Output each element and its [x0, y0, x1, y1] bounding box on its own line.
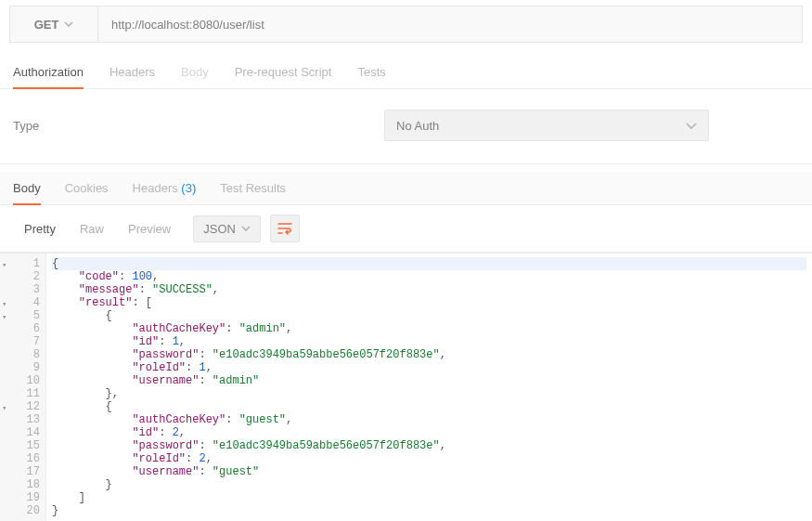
line-number: 19 — [0, 491, 40, 504]
body-format-value: JSON — [203, 222, 236, 236]
resp-tab-headers[interactable]: Headers (3) — [133, 172, 197, 204]
url-input[interactable] — [98, 7, 802, 42]
line-gutter: ▾123▾4▾567891011▾121314151617181920 — [0, 254, 46, 521]
code-line[interactable]: }, — [52, 387, 806, 400]
line-number: 16 — [0, 452, 40, 465]
response-body-viewer[interactable]: ▾123▾4▾567891011▾121314151617181920 { "c… — [0, 253, 812, 521]
code-line[interactable]: } — [52, 478, 806, 491]
response-tabs: BodyCookiesHeaders (3)Test Results — [0, 172, 812, 205]
line-number: ▾12 — [0, 400, 40, 413]
code-line[interactable]: "code": 100, — [52, 270, 806, 283]
body-format-select[interactable]: JSON — [193, 215, 261, 242]
line-number: ▾4 — [0, 296, 40, 309]
tab-authorization[interactable]: Authorization — [13, 58, 84, 88]
line-number: 6 — [0, 322, 40, 335]
code-line[interactable]: "id": 1, — [52, 335, 806, 348]
view-toolbar: Pretty Raw Preview JSON — [0, 205, 812, 253]
auth-section: Type No Auth — [0, 89, 812, 164]
tab-body[interactable]: Body — [181, 58, 209, 88]
request-tabs: AuthorizationHeadersBodyPre-request Scri… — [0, 58, 812, 89]
line-number: ▾5 — [0, 309, 40, 322]
code-line[interactable]: "result": [ — [52, 296, 806, 309]
resp-tab-test-results[interactable]: Test Results — [220, 172, 286, 204]
auth-type-select[interactable]: No Auth — [384, 110, 709, 141]
code-line[interactable]: "authCacheKey": "guest", — [52, 413, 806, 426]
line-number: 2 — [0, 270, 40, 283]
line-number: 20 — [0, 504, 40, 517]
view-preview-button[interactable]: Preview — [117, 215, 182, 242]
view-pretty-button[interactable]: Pretty — [13, 215, 67, 242]
code-line[interactable]: { — [52, 400, 806, 413]
view-raw-button[interactable]: Raw — [69, 215, 115, 242]
chevron-down-icon — [686, 123, 697, 129]
auth-type-label: Type — [13, 119, 384, 133]
code-line[interactable]: "authCacheKey": "admin", — [52, 322, 806, 335]
line-number: 8 — [0, 348, 40, 361]
line-number: 14 — [0, 426, 40, 439]
line-number: 18 — [0, 478, 40, 491]
wrap-lines-button[interactable] — [270, 215, 300, 242]
chevron-down-icon — [64, 21, 73, 27]
code-line[interactable]: "roleId": 2, — [52, 452, 806, 465]
line-number: 13 — [0, 413, 40, 426]
code-content[interactable]: { "code": 100, "message": "SUCCESS", "re… — [46, 254, 812, 521]
line-number: 10 — [0, 374, 40, 387]
tab-headers[interactable]: Headers — [110, 58, 155, 88]
http-method-select[interactable]: GET — [10, 7, 98, 42]
code-line[interactable]: { — [52, 309, 806, 322]
line-number: 11 — [0, 387, 40, 400]
line-number: 7 — [0, 335, 40, 348]
chevron-down-icon — [241, 226, 251, 231]
line-number: 15 — [0, 439, 40, 452]
wrap-icon — [277, 222, 292, 235]
code-line[interactable]: ] — [52, 491, 806, 504]
resp-tab-cookies[interactable]: Cookies — [65, 172, 109, 204]
auth-type-value: No Auth — [396, 119, 439, 133]
line-number: ▾1 — [0, 257, 40, 270]
resp-tab-body[interactable]: Body — [13, 172, 41, 204]
code-line[interactable]: "password": "e10adc3949ba59abbe56e057f20… — [52, 348, 806, 361]
request-bar: GET — [9, 6, 803, 43]
line-number: 17 — [0, 465, 40, 478]
code-line[interactable]: } — [52, 504, 806, 517]
code-line[interactable]: "username": "guest" — [52, 465, 806, 478]
code-line[interactable]: { — [52, 257, 806, 270]
header-count-badge: (3) — [178, 181, 197, 195]
code-line[interactable]: "roleId": 1, — [52, 361, 806, 374]
code-line[interactable]: "id": 2, — [52, 426, 806, 439]
tab-tests[interactable]: Tests — [357, 58, 385, 88]
line-number: 9 — [0, 361, 40, 374]
line-number: 3 — [0, 283, 40, 296]
tab-pre-request-script[interactable]: Pre-request Script — [235, 58, 332, 88]
code-line[interactable]: "password": "e10adc3949ba59abbe56e057f20… — [52, 439, 806, 452]
http-method-label: GET — [34, 18, 59, 32]
code-line[interactable]: "username": "admin" — [52, 374, 806, 387]
code-line[interactable]: "message": "SUCCESS", — [52, 283, 806, 296]
